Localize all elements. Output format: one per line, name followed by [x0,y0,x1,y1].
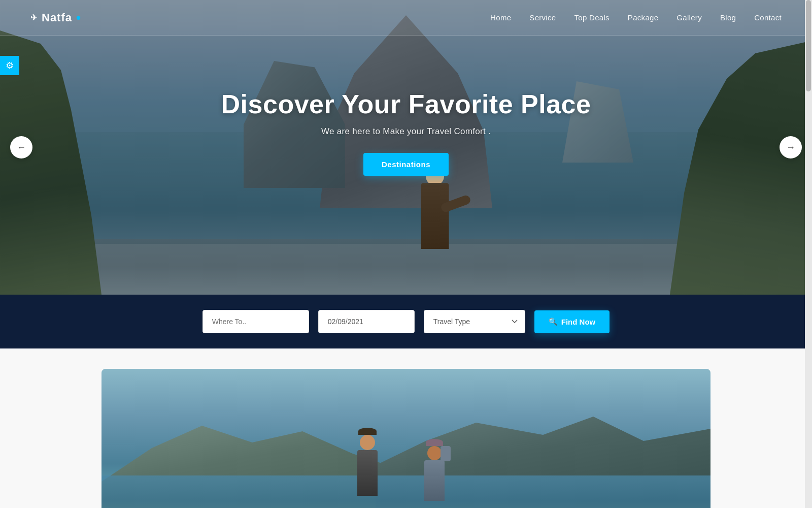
hero-subtitle: We are here to Make your Travel Comfort … [221,126,591,137]
lower-person1-hat [358,428,377,435]
date-input[interactable] [318,310,415,333]
nav-links: Home Service Top Deals Package Gallery B… [490,13,782,22]
nav-blog[interactable]: Blog [720,13,736,22]
find-now-label: Find Now [561,318,596,326]
travel-type-select[interactable]: Travel Type Adventure Beach Mountain Cit… [424,310,525,333]
search-bar: Travel Type Adventure Beach Mountain Cit… [202,310,610,333]
lower-image [101,369,710,508]
hero-content: Discover Your Favorite Place We are here… [221,89,591,176]
where-to-input[interactable] [202,310,309,333]
nav-home[interactable]: Home [490,13,511,22]
lower-backpack [441,446,451,461]
lower-person2-hat [426,439,443,446]
lower-water [101,475,710,508]
lower-person2-head [427,446,442,460]
right-arrow-icon: → [786,142,795,153]
plane-icon: ✈ [30,13,38,22]
nav-package[interactable]: Package [628,13,658,22]
navbar: ✈ Natfa• Home Service Top Deals Package … [0,0,812,36]
hero-arrow-right[interactable]: → [780,136,802,158]
logo[interactable]: ✈ Natfa• [30,11,81,24]
nav-gallery[interactable]: Gallery [676,13,702,22]
gear-icon: ⚙ [6,60,14,71]
lower-person2-body [424,460,445,501]
scrollbar[interactable] [805,0,812,508]
hero-section: ← → Discover Your Favorite Place We are … [0,0,812,295]
lower-person1-head [360,435,375,450]
search-section: Travel Type Adventure Beach Mountain Cit… [0,295,812,348]
find-now-button[interactable]: 🔍 Find Now [534,310,610,333]
destinations-button[interactable]: Destinations [363,153,449,176]
search-icon: 🔍 [549,318,557,326]
lower-person1-body [357,450,378,496]
hero-arrow-left[interactable]: ← [10,136,32,158]
lower-section [0,348,812,508]
nav-service[interactable]: Service [529,13,556,22]
logo-text: Natfa [42,11,72,24]
lower-person-1 [357,428,378,496]
left-arrow-icon: ← [17,142,26,153]
nav-contact[interactable]: Contact [754,13,782,22]
person-body [421,183,449,249]
nav-top-deals[interactable]: Top Deals [574,13,609,22]
lower-person-2 [424,439,445,501]
scrollbar-thumb[interactable] [806,0,811,91]
hero-title: Discover Your Favorite Place [221,89,591,119]
settings-button[interactable]: ⚙ [0,56,19,75]
